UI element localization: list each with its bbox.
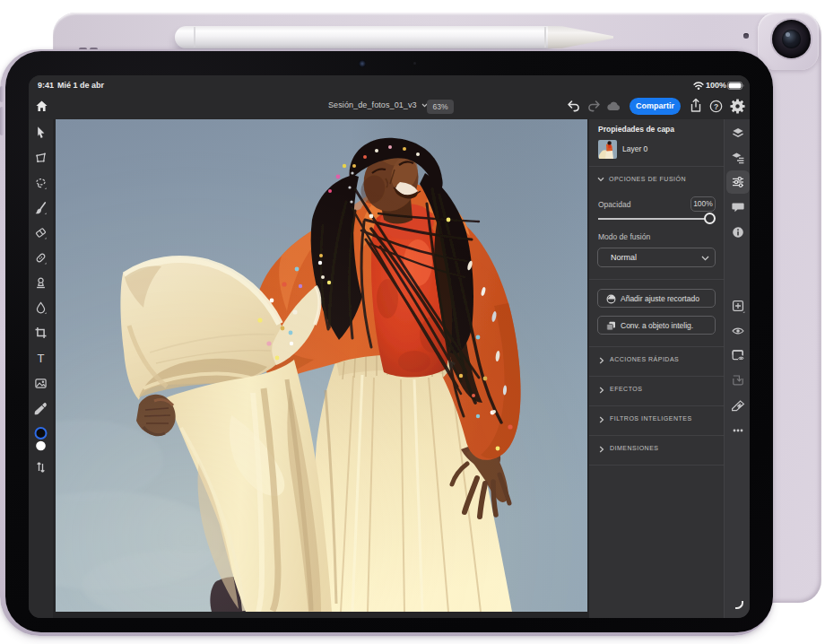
svg-text:?: ?: [714, 102, 718, 111]
svg-text:T: T: [38, 352, 45, 365]
